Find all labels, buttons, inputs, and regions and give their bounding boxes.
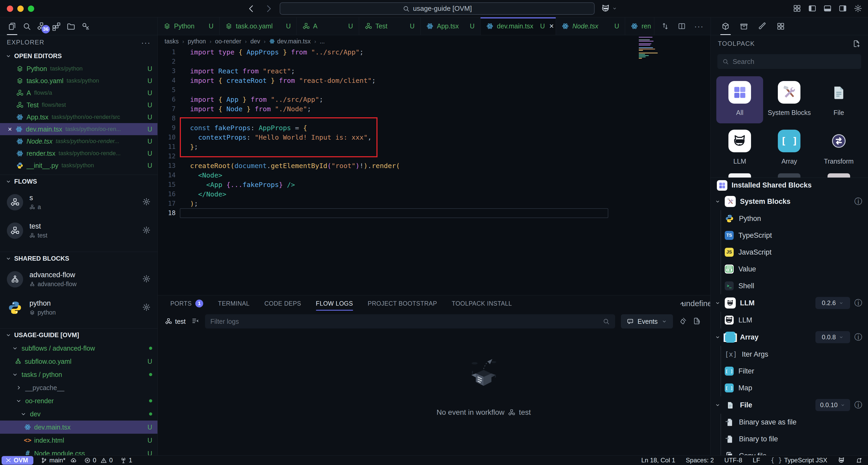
language-mode[interactable]: { } TypeScript JSX xyxy=(771,457,827,464)
panel-tab-project-bootstrap[interactable]: PROJECT BOOTSTRAP xyxy=(368,295,437,312)
version-dropdown[interactable]: 0.2.6 xyxy=(815,297,850,309)
open-editor-python[interactable]: Pythontasks/pythonU xyxy=(0,63,157,75)
tab-python[interactable]: PythonU xyxy=(158,17,219,35)
info-icon[interactable]: ⓘ xyxy=(854,333,862,341)
toggle-left-sidebar-icon[interactable] xyxy=(808,4,816,12)
open-editors-header[interactable]: OPEN EDITORS xyxy=(0,50,157,63)
forward-icon[interactable] xyxy=(264,4,273,13)
settings-gear-icon[interactable] xyxy=(142,274,151,284)
branch-indicator[interactable]: main* xyxy=(41,457,77,464)
list-item-advanced-flow[interactable]: advanced-flow advanced-flow xyxy=(0,265,157,293)
tree-item-oo-render[interactable]: oo-render xyxy=(0,394,157,407)
ports-indicator[interactable]: 1 xyxy=(120,457,132,464)
flow-context[interactable]: test xyxy=(165,318,186,325)
close-tab-icon[interactable]: × xyxy=(549,22,554,30)
command-center-search[interactable]: usage-guide [OVM] xyxy=(280,2,595,15)
block-item-map[interactable]: [ ]Map xyxy=(721,380,868,396)
code-editor[interactable]: 1import type { AppProps } from "../src/A… xyxy=(158,47,710,295)
block-group-array[interactable]: [ ]Array0.0.8 ⓘ xyxy=(715,328,868,346)
breadcrumb-item[interactable]: tasks xyxy=(164,38,179,45)
code-line-1[interactable]: 1import type { AppProps } from "../src/A… xyxy=(158,47,710,57)
breadcrumb[interactable]: tasks›python›oo-render›dev›dev.main.tsx›… xyxy=(158,35,710,47)
list-item-s[interactable]: s a xyxy=(0,188,157,216)
split-editor-icon[interactable] xyxy=(678,22,686,30)
block-item-python[interactable]: Python xyxy=(721,210,868,227)
tree-item-node-module-css[interactable]: #Node.module.cssU xyxy=(0,447,157,455)
encoding[interactable]: UTF-8 xyxy=(724,457,742,464)
block-item-binary-save-as-file[interactable]: Binary save as file xyxy=(721,414,868,431)
version-dropdown[interactable]: 0.0.10 xyxy=(815,399,850,411)
package-view-button[interactable] xyxy=(740,17,748,35)
problems-indicator[interactable]: 0 0 xyxy=(84,457,113,464)
activity-search[interactable] xyxy=(20,17,34,35)
info-icon[interactable]: ⓘ xyxy=(854,299,862,307)
minimap[interactable] xyxy=(639,37,675,59)
events-dropdown[interactable]: Events xyxy=(621,314,673,328)
toolpack-card-transform[interactable]: Transform xyxy=(815,125,862,172)
new-file-icon[interactable] xyxy=(852,39,861,48)
settings-gear-icon[interactable] xyxy=(142,198,151,207)
code-line-14[interactable]: 14 <Node> xyxy=(158,170,710,180)
toolpack-view-button[interactable] xyxy=(721,17,730,35)
close-panel-icon[interactable]: undefined xyxy=(695,299,703,308)
tab-app-tsx[interactable]: App.tsxU xyxy=(421,17,480,35)
block-item-shell[interactable]: >_Shell xyxy=(721,278,868,294)
export-logs-button[interactable] xyxy=(693,317,701,326)
code-line-5[interactable]: 5 xyxy=(158,85,710,95)
activity-explorer[interactable] xyxy=(5,17,20,35)
code-line-17[interactable]: 17); xyxy=(158,199,710,208)
settings-gear-icon[interactable] xyxy=(142,226,151,235)
tree-item-index-html[interactable]: <>index.htmlU xyxy=(0,434,157,447)
code-line-16[interactable]: 16 </Node> xyxy=(158,190,710,199)
code-line-7[interactable]: 7import { Node } from "./Node"; xyxy=(158,104,710,114)
info-icon[interactable]: ⓘ xyxy=(854,401,862,409)
tab-node-tsx[interactable]: Node.tsxU xyxy=(556,17,625,35)
tab-task-oo-yaml[interactable]: task.oo.yamlU xyxy=(219,17,297,35)
open-editor-render-tsx[interactable]: render.tsxtasks/python/oo-rende...U xyxy=(0,147,157,159)
settings-gear-icon[interactable] xyxy=(854,4,862,12)
breadcrumb-item[interactable]: python xyxy=(188,38,206,45)
explorer-more-icon[interactable]: ··· xyxy=(141,40,151,45)
block-item-javascript[interactable]: JSJavaScript xyxy=(721,244,868,261)
breadcrumb-item[interactable]: ... xyxy=(320,38,324,45)
cursor-position[interactable]: Ln 18, Col 1 xyxy=(641,457,675,464)
open-editor-task-oo-yaml[interactable]: task.oo.yamltasks/pythonU xyxy=(0,75,157,87)
back-icon[interactable] xyxy=(247,4,256,13)
workspace-header[interactable]: USAGE-GUIDE [OVM] xyxy=(0,328,157,342)
tree-item-dev[interactable]: dev xyxy=(0,407,157,420)
activity-folder[interactable] xyxy=(64,17,78,35)
panel-tab-code-deps[interactable]: CODE DEPS xyxy=(265,295,301,312)
tree-item-dev-main-tsx[interactable]: dev.main.tsxU xyxy=(0,420,157,434)
code-line-15[interactable]: 15 <App {...fakeProps} /> xyxy=(158,180,710,190)
tab-dev-main-tsx[interactable]: dev.main.tsxU× xyxy=(480,17,556,35)
tab-ren[interactable]: ren xyxy=(625,17,654,35)
minimize-window-button[interactable] xyxy=(17,5,24,12)
tab-a[interactable]: AU xyxy=(297,17,359,35)
zoom-window-button[interactable] xyxy=(28,5,34,12)
panel-tab-toolpack-install[interactable]: TOOLPACK INSTALL xyxy=(452,295,512,312)
code-line-4[interactable]: 4import { createRoot } from "react-dom/c… xyxy=(158,76,710,85)
shared-blocks-header[interactable]: SHARED BLOCKS xyxy=(0,252,157,265)
info-icon[interactable]: ⓘ xyxy=(854,198,862,205)
code-line-6[interactable]: 6import { App } from "../src/App"; xyxy=(158,95,710,104)
toolpack-card-all[interactable]: All xyxy=(716,76,763,123)
open-editor-test[interactable]: Testflows/testU xyxy=(0,99,157,111)
version-dropdown[interactable]: 0.0.8 xyxy=(815,331,850,343)
assistant-menu[interactable] xyxy=(601,4,617,13)
assistant-status[interactable] xyxy=(838,457,845,464)
activity-flows[interactable]: 36 xyxy=(34,17,49,35)
settings-gear-icon[interactable] xyxy=(142,303,151,313)
tree-item-tasks-python[interactable]: tasks / python xyxy=(0,368,157,381)
open-editor-a[interactable]: Aflows/aU xyxy=(0,87,157,99)
clear-logs-button[interactable] xyxy=(679,317,687,326)
tree-item-subflow-oo-yaml[interactable]: subflow.oo.yamlU xyxy=(0,355,157,368)
list-item-python[interactable]: python python xyxy=(0,293,157,322)
toggle-right-sidebar-icon[interactable] xyxy=(839,4,847,12)
block-item-filter[interactable]: [ ]Filter xyxy=(721,363,868,380)
indentation[interactable]: Spaces: 2 xyxy=(686,457,714,464)
block-item-typescript[interactable]: TSTypeScript xyxy=(721,227,868,244)
panel-tab-terminal[interactable]: TERMINAL xyxy=(218,295,249,312)
toolpack-card-system-blocks[interactable]: System Blocks xyxy=(766,76,812,123)
open-editor-node-tsx[interactable]: Node.tsxtasks/python/oo-render...U xyxy=(0,135,157,147)
eol[interactable]: LF xyxy=(753,457,760,464)
